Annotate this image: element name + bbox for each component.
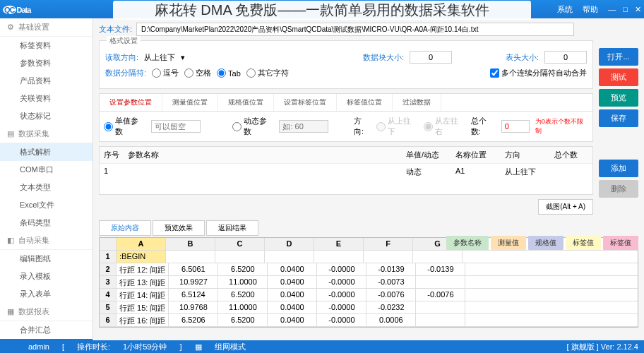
close-icon[interactable]: ✕ bbox=[635, 5, 641, 14]
sidebar-item-relation-data[interactable]: 关联资料 bbox=[0, 90, 93, 107]
read-dir-label: 读取方向: bbox=[105, 52, 138, 63]
th-seq: 序号 bbox=[100, 147, 124, 163]
sidebar-item-edit-drawing[interactable]: 编辑图纸 bbox=[0, 250, 93, 268]
sidebar-item-status-mark[interactable]: 状态标记 bbox=[0, 107, 93, 125]
sidebar-item-com-port[interactable]: COM串口 bbox=[0, 161, 93, 179]
status-user: admin bbox=[28, 342, 49, 351]
menu-help[interactable]: 帮助 bbox=[583, 4, 598, 15]
tag-spec[interactable]: 规格值 bbox=[528, 236, 564, 250]
minimize-icon[interactable]: — bbox=[608, 5, 616, 14]
config-tabs: 设置参数位置 测量值位置 规格值位置 设置标签位置 标签值位置 过滤数据 bbox=[99, 93, 593, 112]
sidebar-item-input-template[interactable]: 录入模板 bbox=[0, 268, 93, 285]
th-dir: 方向 bbox=[501, 147, 550, 163]
sidebar-item-format-parse[interactable]: 格式解析 bbox=[0, 143, 93, 161]
sep-comma[interactable]: 逗号 bbox=[152, 68, 179, 78]
th-tot: 总个数 bbox=[550, 147, 592, 163]
sidebar-item-text-type[interactable]: 文本类型 bbox=[0, 179, 93, 196]
app-logo: QCData bbox=[3, 4, 52, 15]
tab-param-pos[interactable]: 设置参数位置 bbox=[100, 94, 162, 111]
path-label: 文本文件: bbox=[99, 24, 132, 35]
th-name: 参数名称 bbox=[124, 147, 402, 163]
tag-label1[interactable]: 标签值 bbox=[566, 236, 601, 250]
overlay-title: 麻花转 DMA 免费版——一款简单易用的数据采集软件 bbox=[113, 1, 531, 20]
single-param-input[interactable] bbox=[151, 120, 201, 133]
path-input[interactable] bbox=[136, 23, 574, 36]
test-button[interactable]: 测试 bbox=[599, 68, 638, 86]
table-row[interactable]: 1 动态 A1 从上往下 bbox=[100, 164, 592, 180]
sidebar-item-product-data[interactable]: 产品资料 bbox=[0, 72, 93, 90]
format-box-title: 格式设置 bbox=[107, 36, 141, 46]
maximize-icon[interactable]: □ bbox=[623, 5, 628, 14]
tab-measure-pos[interactable]: 测量值位置 bbox=[162, 94, 218, 111]
param-table: 序号 参数名称 单值/动态 名称位置 方向 总个数 1 动态 A1 从上往下 bbox=[99, 146, 593, 195]
version: [ 旗舰版 ] Ver: 2.12.4 bbox=[567, 342, 639, 352]
sidebar-item-sysnav[interactable]: ✈ 系统导航 bbox=[0, 339, 93, 340]
block-size-label: 数据块大小: bbox=[363, 52, 404, 63]
sidebar-item-input-form[interactable]: 录入表单 bbox=[0, 285, 93, 303]
total-hint: 为0表示个数不限制 bbox=[535, 117, 588, 136]
open-button[interactable]: 打开... bbox=[599, 48, 638, 66]
tab-labelval-pos[interactable]: 标签值位置 bbox=[337, 94, 393, 111]
chevron-down-icon[interactable]: ▾ bbox=[181, 53, 185, 62]
sep-space[interactable]: 空格 bbox=[184, 68, 211, 78]
save-button[interactable]: 保存 bbox=[599, 109, 638, 127]
sidebar-item-excel-file[interactable]: Excel文件 bbox=[0, 196, 93, 214]
multi-param-input bbox=[279, 120, 328, 133]
tab-filter[interactable]: 过滤数据 bbox=[393, 94, 441, 111]
sidebar-item-param-data[interactable]: 参数资料 bbox=[0, 54, 93, 72]
sidebar-item-barcode[interactable]: 条码类型 bbox=[0, 214, 93, 232]
dir-label: 方向: bbox=[354, 116, 371, 137]
delete-button[interactable]: 删除 bbox=[599, 180, 638, 198]
btab-preview[interactable]: 预览效果 bbox=[153, 220, 205, 236]
total-input[interactable] bbox=[501, 120, 530, 133]
read-dir-value[interactable]: 从上往下 bbox=[144, 52, 175, 63]
group-basic[interactable]: ⚙基础设置 bbox=[0, 18, 93, 37]
tab-spec-pos[interactable]: 规格值位置 bbox=[218, 94, 274, 111]
total-label: 总个数: bbox=[471, 116, 496, 137]
group-collect[interactable]: ▤数据采集 bbox=[0, 125, 93, 143]
sep-other[interactable]: 其它字符 bbox=[246, 68, 289, 78]
user-icon: 👤 bbox=[6, 342, 16, 352]
header-size-input[interactable] bbox=[544, 51, 587, 64]
single-param-radio[interactable]: 单值参数 bbox=[104, 116, 145, 137]
btab-raw[interactable]: 原始内容 bbox=[99, 220, 151, 236]
auto-icon: ◧ bbox=[7, 236, 14, 245]
tag-param[interactable]: 参数名称 bbox=[446, 236, 489, 250]
report-icon: ▦ bbox=[7, 307, 14, 316]
header-size-label: 表头大小: bbox=[506, 52, 539, 63]
dir-right: 从左往右 bbox=[424, 116, 465, 137]
sidebar-item-merge-summary[interactable]: 合并汇总 bbox=[0, 321, 93, 339]
screenshot-button[interactable]: 截图(Alt + A) bbox=[538, 199, 593, 215]
sidebar: ⚙基础设置 标签资料 参数资料 产品资料 关联资料 状态标记 ▤数据采集 格式解… bbox=[0, 18, 93, 340]
menu-system[interactable]: 系统 bbox=[557, 4, 573, 15]
btab-result[interactable]: 返回结果 bbox=[206, 220, 258, 236]
data-icon: ▤ bbox=[7, 129, 14, 138]
th-mode: 单值/动态 bbox=[402, 147, 451, 163]
tag-measure[interactable]: 测量值 bbox=[491, 236, 526, 250]
data-sheet[interactable]: ABCDEFG1:BEGIN2行距 12: 间距6.50616.52000.04… bbox=[99, 237, 638, 328]
preview-button[interactable]: 预览 bbox=[599, 89, 638, 107]
multi-param-radio[interactable]: 动态参数 bbox=[232, 116, 274, 137]
add-button[interactable]: 添加 bbox=[599, 160, 638, 177]
group-auto[interactable]: ◧自动采集 bbox=[0, 232, 93, 250]
net-icon: ▦ bbox=[195, 342, 202, 352]
time-value: 1小时59分钟 bbox=[123, 342, 167, 352]
tag-label2[interactable]: 标签值 bbox=[603, 236, 638, 250]
group-report[interactable]: ▦数据报表 bbox=[0, 303, 93, 321]
sep-label: 数据分隔符: bbox=[105, 68, 146, 78]
sidebar-item-label-data[interactable]: 标签资料 bbox=[0, 37, 93, 54]
block-size-input[interactable] bbox=[410, 51, 452, 64]
merge-sep-check[interactable]: 多个连续分隔符自动合并 bbox=[490, 68, 587, 78]
net-mode: 组网模式 bbox=[215, 342, 246, 352]
tab-label-pos[interactable]: 设置标签位置 bbox=[274, 94, 337, 111]
sep-tab[interactable]: Tab bbox=[217, 68, 241, 78]
time-label: 操作时长: bbox=[77, 342, 110, 352]
th-pos: 名称位置 bbox=[451, 147, 501, 163]
dir-down: 从上往下 bbox=[376, 116, 418, 137]
gear-icon: ⚙ bbox=[7, 23, 14, 32]
